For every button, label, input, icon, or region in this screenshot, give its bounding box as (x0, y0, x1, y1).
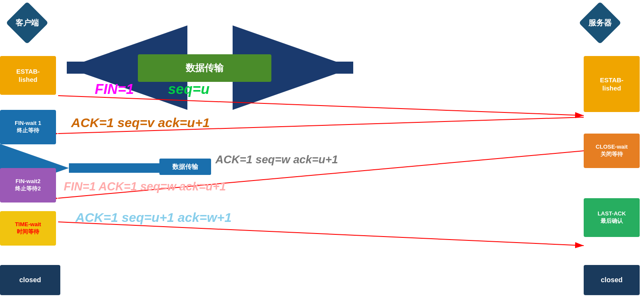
client-label: 客户端 (8, 3, 47, 42)
client-fin-wait2: FIN-wait2终止等待2 (0, 168, 56, 203)
ack1-seqv-label: ACK=1 seq=v ack=u+1 (71, 115, 210, 130)
client-fin-wait1: FIN-wait 1终止等待 (0, 110, 56, 144)
server-label: 服务器 (581, 3, 619, 42)
fin1-ack1-label: FIN=1 ACK=1 seq=w ack=u+1 (64, 180, 226, 193)
data-transfer-box: 数据传输 (138, 54, 271, 82)
sequ-label: seq=u (168, 81, 209, 97)
fin1-label: FIN=1 (95, 81, 134, 97)
server-closed: closed (584, 265, 640, 295)
svg-line-10 (58, 222, 584, 246)
client-closed: closed (0, 265, 60, 295)
server-close-wait: CLOSE-wait关闭等待 (584, 134, 640, 168)
server-last-ack: LAST-ACK最后确认 (584, 198, 640, 237)
server-established: ESTAB-lished (584, 56, 640, 112)
svg-line-6 (58, 96, 584, 115)
client-time-wait: TIME-wait时间等待 (0, 211, 56, 246)
data-transfer-box2: 数据传输 (159, 159, 211, 175)
ack1-sequ1-label: ACK=1 seq=u+1 ack=w+1 (75, 210, 232, 225)
ack1-seqw-label: ACK=1 seq=w ack=u+1 (215, 153, 338, 166)
client-established: ESTAB-lished (0, 56, 56, 95)
